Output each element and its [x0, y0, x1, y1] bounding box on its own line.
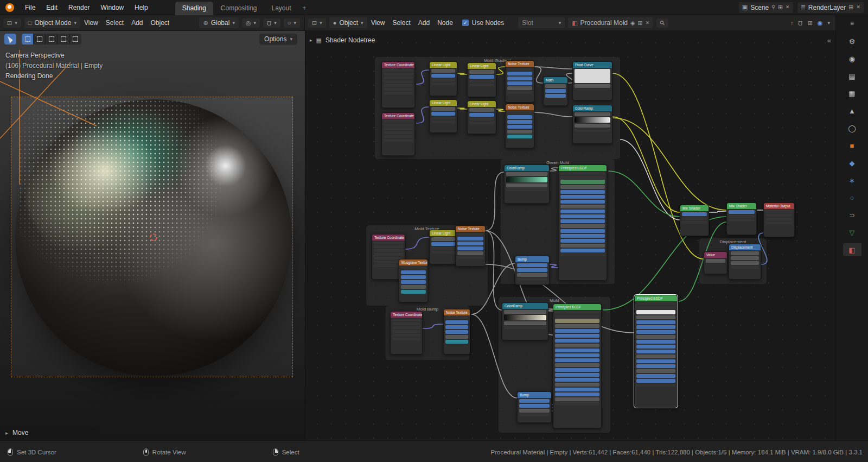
node-value[interactable]: Value — [704, 251, 727, 274]
node-row-s[interactable] — [507, 72, 532, 75]
node-header[interactable]: ColorRamp — [502, 303, 548, 309]
viewport-menu-select[interactable]: Select — [102, 17, 127, 28]
node-row-c[interactable] — [560, 180, 605, 184]
node-header[interactable]: Noise Texture — [506, 104, 534, 110]
node-header[interactable]: Noise Texture — [456, 226, 485, 232]
node-row-v[interactable] — [555, 324, 599, 328]
node-header[interactable]: Principled BSDF — [635, 295, 677, 301]
copy-material-icon[interactable]: ⊞ — [637, 20, 642, 26]
node-row-s[interactable] — [519, 404, 550, 408]
node-row-v[interactable] — [560, 244, 605, 248]
node-row-s[interactable] — [636, 325, 675, 329]
node-header[interactable]: Mix Shader — [680, 205, 709, 211]
node-row-s[interactable] — [560, 239, 605, 243]
node-editor-type-button[interactable]: ⊡ ▾ — [308, 18, 326, 28]
menu-render[interactable]: Render — [64, 2, 94, 13]
node-row-v[interactable] — [731, 261, 759, 265]
close-scene-icon[interactable]: ✕ — [786, 5, 790, 10]
node-material-output[interactable]: Material Output — [763, 202, 795, 237]
node-row-v[interactable] — [706, 259, 725, 263]
node-row-v[interactable] — [519, 409, 550, 413]
node-row-v[interactable] — [517, 273, 547, 277]
node-row-s[interactable] — [560, 219, 605, 223]
node-row-s[interactable] — [555, 339, 599, 343]
properties-editor-icon[interactable]: ≡ — [850, 20, 854, 27]
properties-tab-constraints[interactable]: ⊃ — [843, 208, 861, 221]
node-row-s[interactable] — [636, 374, 675, 378]
node-bump[interactable]: Bump — [517, 391, 552, 423]
node-row-s[interactable] — [469, 113, 494, 117]
node-header[interactable]: ColorRamp — [573, 105, 612, 111]
node-row-s[interactable] — [401, 280, 426, 284]
node-bump[interactable]: Bump — [515, 256, 550, 285]
properties-tab-modifiers[interactable]: ◆ — [843, 156, 861, 169]
node-row-s[interactable] — [457, 242, 483, 245]
node-row-s[interactable] — [560, 200, 605, 204]
node-mix-shader[interactable]: Mix Shader — [726, 202, 757, 235]
node-row-s[interactable] — [457, 246, 483, 250]
node-mix-shader[interactable]: Mix Shader — [680, 205, 709, 236]
node-header[interactable]: ColorRamp — [505, 165, 549, 171]
node-header[interactable]: Noise Texture — [506, 61, 534, 67]
node-texture-coordinate[interactable]: Texture Coordinate — [381, 112, 415, 156]
node-row-v[interactable] — [504, 310, 546, 314]
node-header[interactable]: Displacement — [729, 244, 761, 250]
snap-magnet-icon[interactable]: Ω — [798, 20, 802, 26]
node-row-s[interactable] — [555, 368, 599, 372]
node-row-s[interactable] — [517, 263, 547, 267]
node-row-v[interactable] — [636, 335, 675, 339]
arrow-up-icon[interactable]: ↑ — [790, 20, 794, 26]
node-row-s[interactable] — [545, 94, 566, 98]
node-header[interactable]: Texture Coordinate — [382, 62, 414, 68]
node-row-s[interactable] — [636, 350, 675, 353]
node-row-s[interactable] — [555, 388, 599, 391]
node-row-v[interactable] — [431, 69, 455, 73]
node-row-v[interactable] — [555, 363, 599, 367]
render-layer-selector[interactable]: ≣ RenderLayer ⊞ ✕ — [797, 2, 864, 13]
shader-node-editor[interactable]: ▸ ▦ Shader Nodetree « Mold GradientGreen… — [305, 31, 835, 440]
node-row-v[interactable] — [445, 335, 468, 339]
menu-file[interactable]: File — [21, 2, 40, 13]
properties-tab-physics[interactable]: ○ — [843, 191, 861, 204]
shader-type-dropdown[interactable]: ● Object ▾ — [329, 17, 367, 28]
viewport-3d[interactable]: Options ▾ Camera Perspective (106) Proce… — [0, 31, 305, 440]
node-row-s[interactable] — [507, 77, 532, 80]
node-colorramp[interactable]: ColorRamp — [502, 302, 548, 340]
node-row-s[interactable] — [445, 325, 468, 329]
node-row-s[interactable] — [431, 242, 455, 246]
node-linear-light[interactable]: Linear Light — [429, 61, 457, 96]
node-header[interactable]: Principled BSDF — [559, 165, 607, 171]
node-row-s[interactable] — [636, 345, 675, 349]
node-row-s[interactable] — [431, 74, 455, 78]
properties-tab-output[interactable]: ▤ — [843, 69, 861, 83]
tab-compositing[interactable]: Compositing — [214, 2, 264, 15]
node-row-c[interactable] — [555, 319, 599, 323]
menu-window[interactable]: Window — [96, 2, 128, 13]
node-row-v[interactable] — [555, 383, 599, 387]
properties-tab-world[interactable]: ◯ — [843, 122, 861, 135]
node-header[interactable]: Texture Coordinate — [372, 235, 405, 241]
node-row-v[interactable] — [401, 285, 426, 289]
node-row-v[interactable] — [457, 251, 483, 255]
tool-select-intersect[interactable] — [69, 34, 81, 45]
node-header[interactable]: Linear Light — [430, 62, 457, 68]
properties-tab-object-data[interactable]: ▽ — [843, 226, 861, 239]
properties-tab-material[interactable]: ◧ — [843, 243, 861, 256]
chevron-down-icon[interactable]: ▾ — [827, 21, 830, 26]
node-noise-texture[interactable]: Noise Texture — [505, 104, 534, 148]
node-row-s[interactable] — [636, 330, 675, 334]
object-mode-dropdown[interactable]: □ Object Mode ▾ — [24, 17, 80, 28]
expand-panel-icon[interactable]: ▸ — [310, 38, 312, 43]
node-header[interactable]: Principled BSDF — [553, 304, 601, 310]
node-menu-select[interactable]: Select — [388, 17, 414, 28]
node-row-v[interactable] — [731, 256, 759, 260]
node-row-s[interactable] — [560, 234, 605, 238]
node-noise-texture[interactable]: Noise Texture — [455, 225, 486, 267]
node-header[interactable]: Linear Light — [430, 100, 457, 106]
node-row-s[interactable] — [519, 399, 550, 403]
node-row-v[interactable] — [469, 70, 494, 74]
node-row-v[interactable] — [431, 107, 455, 111]
node-row-s[interactable] — [560, 214, 605, 218]
proportional-editing-button[interactable]: ○ ▾ — [284, 18, 300, 28]
node-menu-node[interactable]: Node — [433, 17, 457, 28]
